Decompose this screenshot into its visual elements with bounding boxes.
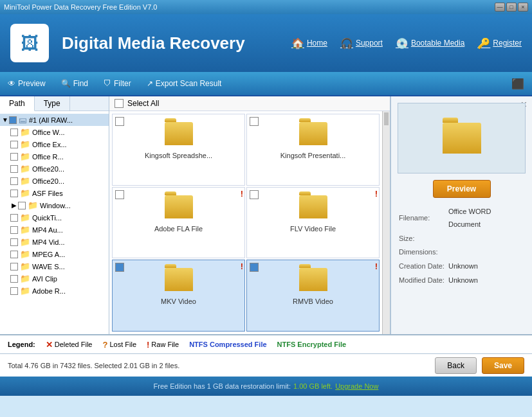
tree-label-13: Adobe R... — [32, 287, 66, 295]
find-button[interactable]: 🔍 Find — [61, 79, 88, 88]
tree-checkbox-0[interactable] — [10, 129, 18, 136]
tree-checkbox-6[interactable] — [18, 202, 26, 209]
maximize-button[interactable]: □ — [506, 3, 517, 12]
file-item-3[interactable]: ! FLV Video File — [246, 187, 380, 259]
file-item-2[interactable]: ! Adobe FLA File — [112, 187, 245, 259]
detail-modified-row: Modified Date: Unknown — [399, 274, 524, 287]
ntfs-e-label: NTFS Encrypted File — [277, 341, 347, 348]
file-checkbox-3[interactable] — [250, 190, 259, 199]
file-icon-5 — [298, 264, 329, 295]
tree-item-9[interactable]: 📁 MP4 Vid... — [0, 236, 109, 248]
folder-shape-1 — [299, 122, 327, 145]
header-nav: 🏠 Home 🎧 Support 💿 Bootable Media 🔑 Regi… — [291, 37, 522, 49]
tree-item-11[interactable]: 📁 WAVE S... — [0, 260, 109, 272]
file-checkbox-0[interactable] — [115, 117, 124, 126]
minimize-button[interactable]: — — [495, 3, 505, 12]
tree-label-9: MP4 Vid... — [32, 238, 65, 246]
tree-item-5[interactable]: 📁 ASF Files — [0, 187, 109, 199]
tree-checkbox-8[interactable] — [10, 226, 18, 234]
tree-label-6: Window... — [40, 202, 71, 209]
tree-item-0[interactable]: 📁 Office W... — [0, 126, 109, 138]
lost-icon: ? — [102, 340, 107, 350]
file-grid: Kingsoft Spreadshe... Kingsoft Presentat… — [109, 111, 382, 334]
tree-checkbox-11[interactable] — [10, 263, 18, 271]
nav-home[interactable]: 🏠 Home — [291, 37, 327, 49]
filter-button[interactable]: ⛉ Filter — [104, 79, 131, 88]
detail-filename-row: Filename: Office WORD Document — [399, 206, 524, 231]
tab-type[interactable]: Type — [35, 96, 70, 111]
file-icon-0 — [163, 118, 194, 149]
file-scrollbar[interactable] — [382, 111, 390, 334]
tree-item-1[interactable]: 📁 Office Ex... — [0, 138, 109, 150]
tree-item-13[interactable]: 📁 Adobe R... — [0, 285, 109, 297]
raw-indicator-2: ! — [241, 189, 243, 199]
preview-label: Preview — [18, 79, 46, 88]
ntfs-c-label: NTFS Compressed File — [189, 341, 266, 348]
left-panel: Path Type ▼ 🖴 #1 (All RAW... 📁 Office W.… — [0, 96, 109, 334]
export-button[interactable]: ↗ Export Scan Result — [147, 79, 222, 88]
size-value — [446, 233, 524, 245]
home-icon: 🏠 — [291, 37, 304, 49]
expand-icon-6: ▶ — [10, 202, 18, 209]
status-text: Total 4.76 GB in 7432 files. Selected 2.… — [8, 362, 430, 369]
tree-checkbox-root[interactable] — [9, 116, 17, 124]
file-checkbox-4[interactable] — [115, 263, 124, 272]
folder-icon-13: 📁 — [20, 286, 30, 296]
file-item-1[interactable]: Kingsoft Presentati... — [246, 114, 380, 186]
expand-icon: ▼ — [1, 116, 9, 123]
select-all-checkbox[interactable] — [115, 99, 124, 108]
close-button[interactable]: × — [518, 3, 528, 12]
tree-checkbox-13[interactable] — [10, 287, 18, 295]
file-name-2: Adobe FLA File — [154, 225, 203, 233]
folder-shape-5 — [299, 268, 327, 291]
preview-panel-wrapper: × Preview Filename: Office WORD Document… — [390, 96, 532, 334]
nav-support[interactable]: 🎧 Support — [340, 37, 383, 49]
tree-item-3[interactable]: 📁 Office20... — [0, 163, 109, 175]
register-icon: 🔑 — [477, 37, 490, 49]
file-name-4: MKV Video — [161, 297, 196, 305]
tab-path[interactable]: Path — [0, 96, 35, 111]
file-checkbox-1[interactable] — [250, 117, 259, 126]
back-button[interactable]: Back — [435, 357, 477, 374]
tree-container[interactable]: ▼ 🖴 #1 (All RAW... 📁 Office W... 📁 Offic… — [0, 111, 109, 334]
save-button[interactable]: Save — [482, 357, 524, 374]
tree-item-7[interactable]: 📁 QuickTi... — [0, 211, 109, 224]
preview-button[interactable]: 👁 Preview — [8, 79, 46, 88]
preview-action-button[interactable]: Preview — [433, 180, 491, 198]
file-checkbox-5[interactable] — [250, 263, 259, 272]
upgrade-link[interactable]: Upgrade Now — [335, 382, 378, 390]
file-item-5[interactable]: ! RMVB Video — [246, 260, 380, 332]
scrollbar-thumb[interactable] — [384, 112, 389, 125]
tree-item-6[interactable]: ▶ 📁 Window... — [0, 199, 109, 211]
file-icon-2 — [163, 191, 194, 222]
tree-checkbox-3[interactable] — [10, 165, 18, 173]
nav-bootable[interactable]: 💿 Bootable Media — [396, 37, 464, 49]
tree-checkbox-9[interactable] — [10, 238, 18, 246]
tree-checkbox-4[interactable] — [10, 177, 18, 185]
dimensions-label: Dimensions: — [399, 246, 445, 259]
tree-item-2[interactable]: 📁 Office R... — [0, 150, 109, 163]
tree-item-8[interactable]: 📁 MP4 Au... — [0, 224, 109, 236]
tree-item-12[interactable]: 📁 AVI Clip — [0, 272, 109, 285]
folder-icon-7: 📁 — [20, 213, 30, 222]
tree-checkbox-12[interactable] — [10, 275, 18, 283]
file-item-0[interactable]: Kingsoft Spreadshe... — [112, 114, 245, 186]
nav-register[interactable]: 🔑 Register — [477, 37, 522, 49]
tree-checkbox-7[interactable] — [10, 214, 18, 222]
toolbar-right-icon[interactable]: ⬛ — [511, 78, 524, 90]
file-item-4[interactable]: ! MKV Video — [112, 260, 245, 332]
tree-checkbox-10[interactable] — [10, 251, 18, 258]
file-panel-header: Select All — [109, 96, 390, 111]
raw-icon: ! — [147, 340, 149, 350]
footer-gb-left: 1.00 GB left. — [293, 382, 333, 390]
tabs-header: Path Type — [0, 96, 109, 111]
modified-label: Modified Date: — [399, 274, 445, 287]
tree-item-4[interactable]: 📁 Office20... — [0, 175, 109, 187]
detail-dimensions-row: Dimensions: — [399, 246, 524, 259]
tree-item-10[interactable]: 📁 MPEG A... — [0, 248, 109, 260]
tree-checkbox-1[interactable] — [10, 141, 18, 148]
file-checkbox-2[interactable] — [115, 190, 124, 199]
tree-checkbox-2[interactable] — [10, 153, 18, 161]
tree-checkbox-5[interactable] — [10, 190, 18, 197]
tree-item-root[interactable]: ▼ 🖴 #1 (All RAW... — [0, 114, 109, 126]
